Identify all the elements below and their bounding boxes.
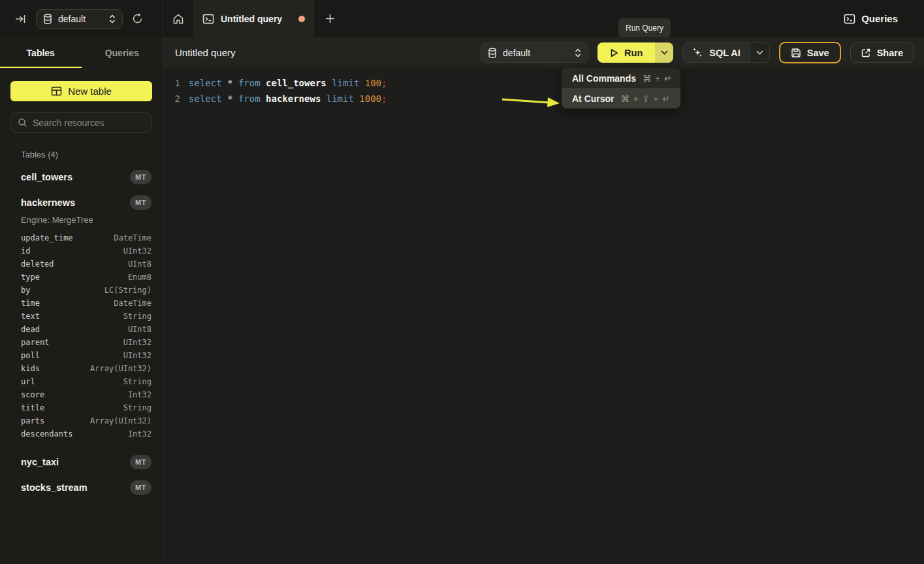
column-name: parts bbox=[21, 416, 44, 425]
search-resources-input[interactable] bbox=[33, 118, 151, 128]
unsaved-changes-dot bbox=[298, 16, 305, 22]
column-row: time DateTime bbox=[0, 297, 163, 310]
sql-editor[interactable]: 1 select * from cell_towers limit 100; 2… bbox=[163, 68, 924, 107]
tab-label: Untitled query bbox=[221, 14, 292, 24]
column-name: parent bbox=[21, 338, 49, 347]
column-type: UInt32 bbox=[123, 351, 151, 360]
table-name: hackernews bbox=[21, 197, 75, 208]
collapse-sidebar-icon[interactable] bbox=[14, 13, 26, 25]
queries-button[interactable]: Queries bbox=[844, 0, 924, 37]
queries-terminal-icon bbox=[844, 13, 855, 25]
column-type: Array(UInt32) bbox=[90, 416, 151, 425]
table-name: stocks_stream bbox=[21, 482, 88, 493]
queries-button-label: Queries bbox=[861, 13, 898, 24]
code-token: 1000 bbox=[359, 93, 381, 104]
column-name: kids bbox=[21, 364, 40, 373]
column-name: type bbox=[21, 273, 40, 282]
database-selector-toolbar[interactable]: default bbox=[481, 42, 588, 63]
column-name: id bbox=[21, 246, 30, 256]
column-row: poll UInt32 bbox=[0, 349, 163, 362]
play-icon bbox=[610, 48, 618, 58]
run-button[interactable]: Run bbox=[597, 42, 655, 63]
sidebar: Tables Queries New table Tables (4) cell… bbox=[0, 37, 163, 564]
run-menu-item[interactable]: At Cursor ⌘ + ⇧ + ↵ bbox=[562, 88, 680, 108]
save-floppy-icon bbox=[791, 48, 801, 58]
column-type: Int32 bbox=[128, 429, 151, 439]
code-token: select bbox=[189, 78, 227, 88]
main-area: Untitled query default bbox=[163, 37, 924, 564]
query-toolbar: Untitled query default bbox=[163, 37, 924, 68]
run-menu-item-label: All Commands bbox=[572, 73, 636, 84]
code-token: hackernews bbox=[266, 93, 327, 104]
column-row: text String bbox=[0, 310, 163, 323]
code-text: select * from hackernews limit 1000; bbox=[180, 91, 387, 107]
sidebar-tab-queries[interactable]: Queries bbox=[82, 37, 163, 68]
table-name: nyc_taxi bbox=[21, 457, 59, 467]
column-row: url String bbox=[0, 375, 163, 388]
column-name: descendants bbox=[21, 429, 72, 439]
save-button[interactable]: Save bbox=[779, 42, 841, 63]
run-button-group: Run bbox=[597, 42, 673, 63]
table-row-hackernews[interactable]: hackernews MT bbox=[0, 195, 163, 210]
database-selector-topbar[interactable]: default bbox=[36, 9, 123, 29]
column-name: by bbox=[21, 286, 30, 295]
engine-badge: MT bbox=[130, 195, 151, 210]
refresh-icon[interactable] bbox=[132, 13, 143, 24]
table-row-stocks-stream[interactable]: stocks_stream MT bbox=[0, 480, 163, 495]
updown-chevron-icon bbox=[575, 48, 581, 58]
hackernews-columns: update_time DateTime id UInt32 deleted U… bbox=[0, 231, 163, 440]
column-row: update_time DateTime bbox=[0, 231, 163, 244]
column-type: LC(String) bbox=[104, 286, 151, 295]
table-row-cell-towers[interactable]: cell_towers MT bbox=[0, 169, 163, 185]
code-token: from bbox=[238, 93, 266, 104]
home-icon[interactable] bbox=[163, 0, 193, 37]
engine-detail: Engine: MergeTree bbox=[0, 215, 163, 225]
column-type: UInt32 bbox=[123, 246, 151, 256]
sql-ai-options-chevron[interactable] bbox=[750, 43, 769, 62]
column-type: String bbox=[123, 312, 151, 321]
sql-ai-button[interactable]: SQL AI bbox=[683, 43, 750, 62]
code-line-1[interactable]: 1 select * from cell_towers limit 100; bbox=[163, 75, 924, 91]
search-icon bbox=[18, 118, 27, 127]
column-name: dead bbox=[21, 325, 40, 334]
column-type: Array(UInt32) bbox=[90, 364, 151, 373]
column-row: score Int32 bbox=[0, 388, 163, 401]
column-row: parts Array(UInt32) bbox=[0, 414, 163, 427]
column-type: Enum8 bbox=[128, 273, 151, 282]
new-table-label: New table bbox=[68, 86, 112, 97]
database-icon bbox=[43, 14, 52, 24]
new-tab-plus-icon[interactable] bbox=[314, 0, 345, 37]
code-token: limit bbox=[327, 93, 360, 104]
table-row-nyc-taxi[interactable]: nyc_taxi MT bbox=[0, 454, 163, 470]
code-line-2[interactable]: 2 select * from hackernews limit 1000; bbox=[163, 91, 924, 107]
new-table-button[interactable]: New table bbox=[10, 81, 152, 101]
run-options-chevron[interactable] bbox=[655, 42, 673, 63]
column-type: Int32 bbox=[128, 390, 151, 399]
code-token: ; bbox=[381, 93, 387, 104]
column-row: deleted UInt8 bbox=[0, 257, 163, 271]
column-name: score bbox=[21, 390, 44, 399]
column-type: DateTime bbox=[114, 233, 151, 242]
engine-badge: MT bbox=[130, 480, 151, 495]
run-menu-item[interactable]: All Commands ⌘ + ↵ bbox=[562, 68, 680, 88]
share-icon bbox=[861, 48, 871, 58]
run-menu-item-label: At Cursor bbox=[572, 93, 614, 104]
engine-badge: MT bbox=[130, 170, 151, 184]
column-name: text bbox=[21, 312, 40, 321]
code-token: select bbox=[189, 93, 227, 104]
engine-badge: MT bbox=[130, 455, 151, 469]
column-name: time bbox=[21, 299, 40, 308]
column-row: kids Array(UInt32) bbox=[0, 362, 163, 375]
share-button[interactable]: Share bbox=[850, 42, 914, 63]
column-row: parent UInt32 bbox=[0, 336, 163, 349]
run-menu-item-shortcut: ⌘ + ↵ bbox=[643, 73, 672, 84]
column-name: deleted bbox=[21, 259, 54, 269]
save-button-label: Save bbox=[807, 48, 829, 58]
tab-untitled-query[interactable]: Untitled query bbox=[193, 0, 314, 37]
sidebar-tab-tables[interactable]: Tables bbox=[0, 37, 82, 68]
column-type: String bbox=[123, 403, 151, 412]
sidebar-tabs: Tables Queries bbox=[0, 37, 163, 68]
column-row: id UInt32 bbox=[0, 244, 163, 257]
tables-section-header: Tables (4) bbox=[21, 150, 163, 159]
query-title: Untitled query bbox=[175, 47, 236, 58]
